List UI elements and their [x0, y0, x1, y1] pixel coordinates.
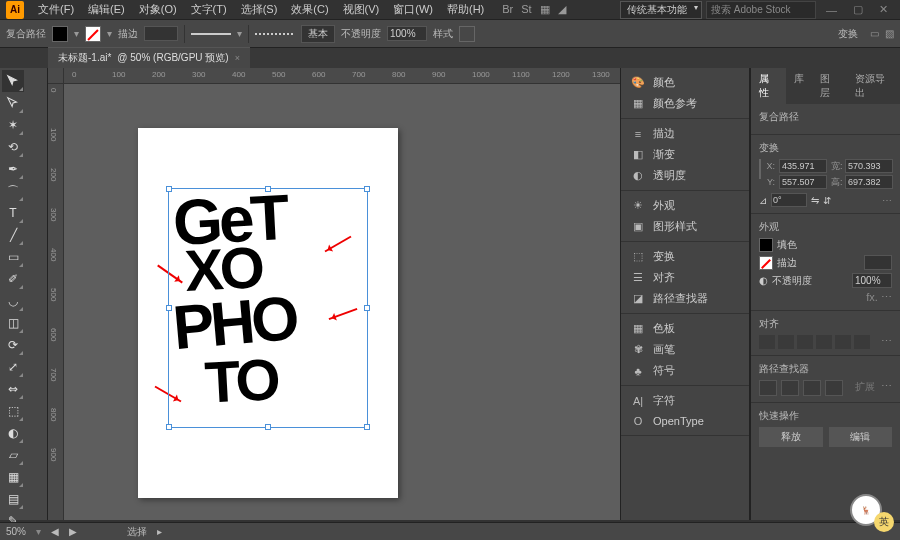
- shaper-tool[interactable]: ◡: [2, 290, 24, 312]
- shape-builder-tool[interactable]: ◐: [2, 422, 24, 444]
- panel-transform[interactable]: ⬚变换: [621, 246, 749, 267]
- reference-point[interactable]: [759, 159, 761, 179]
- panel-gradient[interactable]: ◧渐变: [621, 144, 749, 165]
- type-tool[interactable]: T: [2, 202, 24, 224]
- align-right-icon[interactable]: [797, 335, 813, 349]
- align-hcenter-icon[interactable]: [702, 27, 716, 41]
- ime-badge[interactable]: 英: [874, 512, 894, 532]
- doc-tab[interactable]: 未标题-1.ai* @ 50% (RGB/GPU 预览) ×: [48, 47, 250, 68]
- arrange-icon[interactable]: ▦: [540, 3, 550, 16]
- pf-exclude-icon[interactable]: [825, 380, 843, 396]
- menu-file[interactable]: 文件(F): [32, 0, 80, 19]
- panel-color-guide[interactable]: ▦颜色参考: [621, 93, 749, 114]
- panel-character[interactable]: A|字符: [621, 390, 749, 411]
- gpu-icon[interactable]: ◢: [558, 3, 566, 16]
- more-options-icon[interactable]: ⋯: [881, 335, 892, 349]
- flip-h-icon[interactable]: ⇋: [811, 195, 819, 206]
- graphic-style[interactable]: [459, 26, 475, 42]
- stroke-swatch[interactable]: [759, 256, 773, 270]
- stroke-label[interactable]: 描边: [118, 27, 138, 41]
- menu-select[interactable]: 选择(S): [235, 0, 284, 19]
- panel-graphic-styles[interactable]: ▣图形样式: [621, 216, 749, 237]
- lasso-tool[interactable]: ⟲: [2, 136, 24, 158]
- align-right-icon[interactable]: [720, 27, 734, 41]
- eraser-tool[interactable]: ◫: [2, 312, 24, 334]
- tab-layers[interactable]: 图层: [812, 68, 847, 104]
- fill-swatch[interactable]: [52, 26, 68, 42]
- align-top-icon[interactable]: [738, 27, 752, 41]
- menu-view[interactable]: 视图(V): [337, 0, 386, 19]
- rectangle-tool[interactable]: ▭: [2, 246, 24, 268]
- resize-handle[interactable]: [265, 424, 271, 430]
- pf-intersect-icon[interactable]: [803, 380, 821, 396]
- distribute-v-icon[interactable]: [810, 27, 824, 41]
- menu-object[interactable]: 对象(O): [133, 0, 183, 19]
- artboard-nav-prev[interactable]: ◀: [51, 526, 59, 537]
- window-minimize[interactable]: —: [820, 4, 843, 16]
- brush-def[interactable]: [255, 33, 295, 35]
- artboard-nav-next[interactable]: ▶: [69, 526, 77, 537]
- isolate-icon[interactable]: ▭: [870, 28, 879, 39]
- resize-handle[interactable]: [166, 424, 172, 430]
- window-close[interactable]: ✕: [873, 3, 894, 16]
- effects-icon[interactable]: fx.: [866, 291, 878, 303]
- gradient-tool[interactable]: ▤: [2, 488, 24, 510]
- ruler-horizontal[interactable]: 0 100 200 300 400 500 600 700 800 900 10…: [64, 68, 620, 84]
- pf-minus-icon[interactable]: [781, 380, 799, 396]
- menu-type[interactable]: 文字(T): [185, 0, 233, 19]
- panel-transparency[interactable]: ◐透明度: [621, 165, 749, 186]
- transform-label[interactable]: 变换: [838, 27, 858, 41]
- resize-handle[interactable]: [364, 424, 370, 430]
- align-left-icon[interactable]: [759, 335, 775, 349]
- edit-icon[interactable]: ▧: [885, 28, 894, 39]
- more-options-icon[interactable]: ⋯: [881, 380, 892, 396]
- stroke-profile[interactable]: [191, 33, 231, 35]
- more-options-icon[interactable]: ⋯: [882, 195, 892, 206]
- panel-opentype[interactable]: OOpenType: [621, 411, 749, 431]
- align-vcenter-icon[interactable]: [756, 27, 770, 41]
- style-label[interactable]: 样式: [433, 27, 453, 41]
- menu-effect[interactable]: 效果(C): [285, 0, 334, 19]
- stock-search[interactable]: 搜索 Adobe Stock: [706, 1, 816, 19]
- pen-tool[interactable]: ✒: [2, 158, 24, 180]
- align-hcenter-icon[interactable]: [778, 335, 794, 349]
- width-tool[interactable]: ⇔: [2, 378, 24, 400]
- panel-pathfinder[interactable]: ◪路径查找器: [621, 288, 749, 309]
- menu-window[interactable]: 窗口(W): [387, 0, 439, 19]
- rotate-field[interactable]: [771, 193, 807, 207]
- stroke-swatch[interactable]: [85, 26, 101, 42]
- release-button[interactable]: 释放: [759, 427, 823, 447]
- scale-tool[interactable]: ⤢: [2, 356, 24, 378]
- fill-menu-icon[interactable]: ▾: [74, 28, 79, 39]
- opacity-field[interactable]: [852, 273, 892, 288]
- line-tool[interactable]: ╱: [2, 224, 24, 246]
- align-left-icon[interactable]: [684, 27, 698, 41]
- align-bottom-icon[interactable]: [854, 335, 870, 349]
- resize-handle[interactable]: [364, 305, 370, 311]
- rotate-tool[interactable]: ⟳: [2, 334, 24, 356]
- selection-bounding-box[interactable]: [168, 188, 368, 428]
- flip-v-icon[interactable]: ⇵: [823, 195, 831, 206]
- x-field[interactable]: [779, 159, 827, 173]
- menu-edit[interactable]: 编辑(E): [82, 0, 131, 19]
- align-bottom-icon[interactable]: [774, 27, 788, 41]
- h-field[interactable]: [845, 175, 893, 189]
- tab-libraries[interactable]: 库: [786, 68, 812, 104]
- resize-handle[interactable]: [166, 305, 172, 311]
- mesh-tool[interactable]: ▦: [2, 466, 24, 488]
- more-options-icon[interactable]: ⋯: [881, 291, 892, 303]
- panel-color[interactable]: 🎨颜色: [621, 72, 749, 93]
- status-menu-icon[interactable]: ▸: [157, 526, 162, 537]
- perspective-tool[interactable]: ▱: [2, 444, 24, 466]
- stock-icon[interactable]: St: [521, 3, 531, 16]
- distribute-h-icon[interactable]: [792, 27, 806, 41]
- brush-basic[interactable]: 基本: [301, 25, 335, 43]
- tab-export[interactable]: 资源导出: [847, 68, 901, 104]
- zoom-level[interactable]: 50%: [6, 526, 26, 537]
- y-field[interactable]: [779, 175, 827, 189]
- panel-stroke[interactable]: ≡描边: [621, 123, 749, 144]
- panel-symbols[interactable]: ♣符号: [621, 360, 749, 381]
- panel-swatches[interactable]: ▦色板: [621, 318, 749, 339]
- free-transform-tool[interactable]: ⬚: [2, 400, 24, 422]
- selection-tool[interactable]: [2, 70, 24, 92]
